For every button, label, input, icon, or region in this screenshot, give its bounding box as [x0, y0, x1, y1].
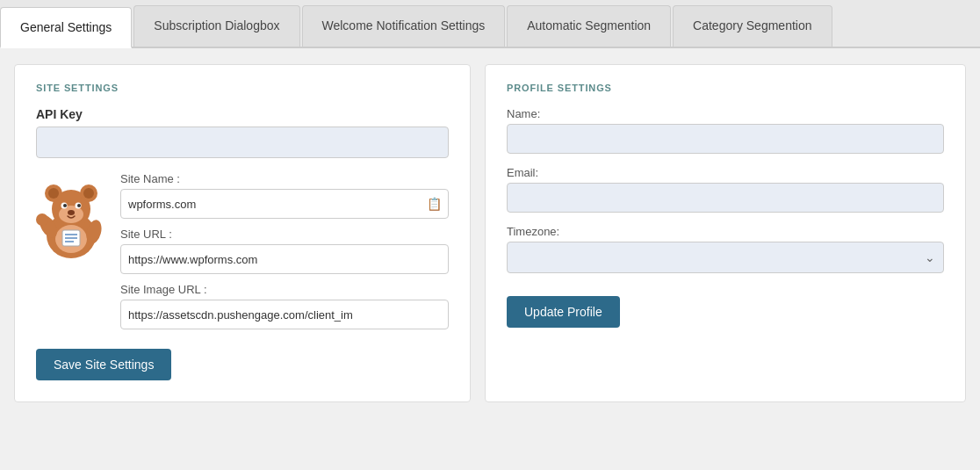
site-name-input-wrapper: 📋	[120, 189, 449, 219]
email-field-group: Email:	[507, 166, 944, 213]
form-fields: Site Name : 📋 Site URL : Site Image URL …	[120, 172, 449, 338]
tabs-bar: General Settings Subscription Dialogbox …	[0, 0, 980, 48]
name-field-group: Name:	[507, 107, 944, 154]
site-name-group: Site Name : 📋	[120, 172, 449, 219]
site-settings-title: SITE SETTINGS	[36, 83, 449, 93]
api-key-label: API Key	[36, 107, 449, 121]
site-image-url-label: Site Image URL :	[120, 283, 449, 296]
site-name-input[interactable]	[120, 189, 449, 219]
site-name-label: Site Name :	[120, 172, 449, 185]
timezone-field-group: Timezone: ⌄	[507, 225, 944, 273]
copy-icon: 📋	[427, 197, 442, 211]
svg-point-10	[77, 204, 81, 207]
tab-automatic[interactable]: Automatic Segmention	[507, 5, 671, 47]
name-label: Name:	[507, 107, 944, 120]
site-settings-card: SITE SETTINGS API Key	[14, 64, 471, 402]
api-key-bar	[36, 127, 449, 158]
site-url-input[interactable]	[120, 244, 449, 274]
site-image-url-group: Site Image URL :	[120, 283, 449, 329]
timezone-label: Timezone:	[507, 225, 944, 238]
tab-category[interactable]: Category Segmention	[673, 5, 832, 47]
svg-point-11	[68, 210, 75, 215]
tab-subscription[interactable]: Subscription Dialogbox	[133, 5, 299, 47]
profile-settings-title: PROFILE SETTINGS	[507, 83, 944, 93]
svg-point-5	[83, 188, 94, 199]
site-url-label: Site URL :	[120, 228, 449, 241]
save-site-settings-button[interactable]: Save Site Settings	[36, 349, 171, 380]
content-area: SITE SETTINGS API Key	[0, 48, 980, 418]
profile-settings-card: PROFILE SETTINGS Name: Email: Timezone: …	[485, 64, 966, 402]
tab-welcome[interactable]: Welcome Notification Settings	[302, 5, 506, 47]
update-profile-button[interactable]: Update Profile	[507, 296, 620, 328]
timezone-select[interactable]	[507, 242, 944, 273]
svg-point-9	[63, 204, 67, 207]
bear-mascot	[36, 181, 106, 263]
svg-point-18	[36, 213, 48, 226]
timezone-select-wrapper: ⌄	[507, 242, 944, 273]
site-url-group: Site URL :	[120, 228, 449, 274]
site-form-area: Site Name : 📋 Site URL : Site Image URL …	[36, 172, 449, 338]
email-input[interactable]	[507, 183, 944, 213]
site-image-url-input[interactable]	[120, 300, 449, 329]
name-input[interactable]	[507, 124, 944, 154]
email-label: Email:	[507, 166, 944, 179]
svg-point-3	[48, 188, 59, 199]
tab-general[interactable]: General Settings	[0, 7, 132, 48]
